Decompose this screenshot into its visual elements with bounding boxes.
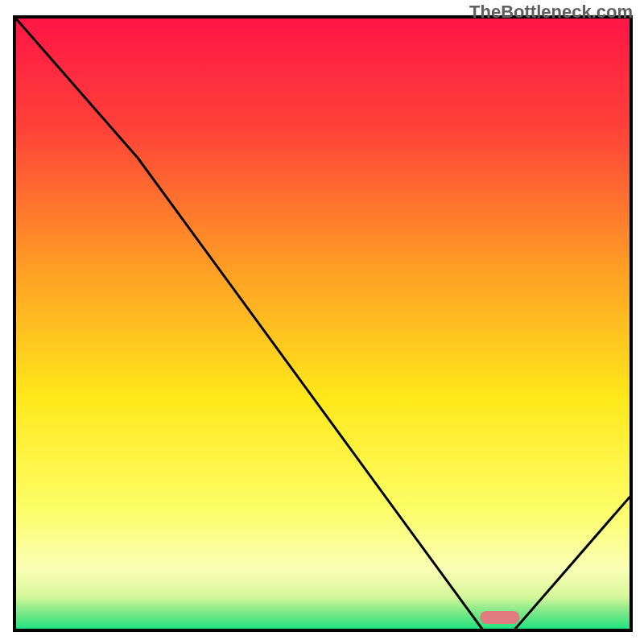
- chart-background: [14, 17, 631, 630]
- bottleneck-chart: [0, 0, 644, 644]
- optimal-marker: [480, 611, 519, 624]
- chart-container: TheBottleneck.com: [0, 0, 644, 644]
- watermark-text: TheBottleneck.com: [469, 2, 633, 23]
